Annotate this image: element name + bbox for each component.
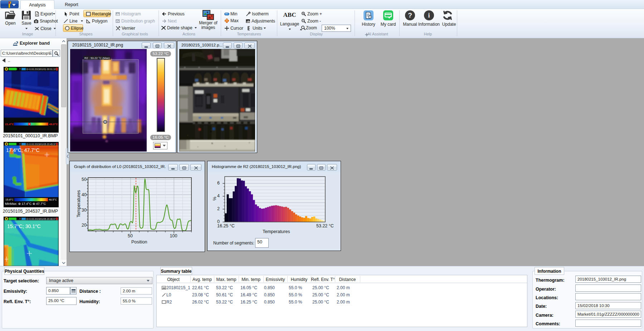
svg-text:MinMax: ⊕ 17.4°C ⊕ 47.7°C: MinMax: ⊕ 17.4°C ⊕ 47.7°C xyxy=(5,202,46,206)
svg-text:E=0.93 2015/01/05 20:46:07: E=0.93 2015/01/05 20:46:07 xyxy=(26,218,56,220)
svg-text:E=0.93 2015/01/05 20:45:37: E=0.93 2015/01/05 20:45:37 xyxy=(26,143,56,145)
svg-text:T: T xyxy=(19,143,21,145)
svg-text:T: T xyxy=(19,218,21,220)
svg-text:T: T xyxy=(19,68,21,70)
svg-text:R2 : 53.22 °C (Max): R2 : 53.22 °C (Max) xyxy=(84,56,110,60)
svg-text:48.5°C: 48.5°C xyxy=(49,198,57,201)
svg-text:E=0.93 2015/01/01 00:01:10: E=0.93 2015/01/01 00:01:10 xyxy=(26,68,56,70)
svg-text:17.4°C; 47.7°C: 17.4°C; 47.7°C xyxy=(6,147,40,153)
svg-text:49.0°C: 49.0°C xyxy=(49,123,58,126)
svg-text:15.7°C; 30.1°C: 15.7°C; 30.1°C xyxy=(7,223,41,229)
svg-text:21.4°C: 21.4°C xyxy=(5,123,14,126)
svg-text:15.8°C: 15.8°C xyxy=(5,198,14,201)
